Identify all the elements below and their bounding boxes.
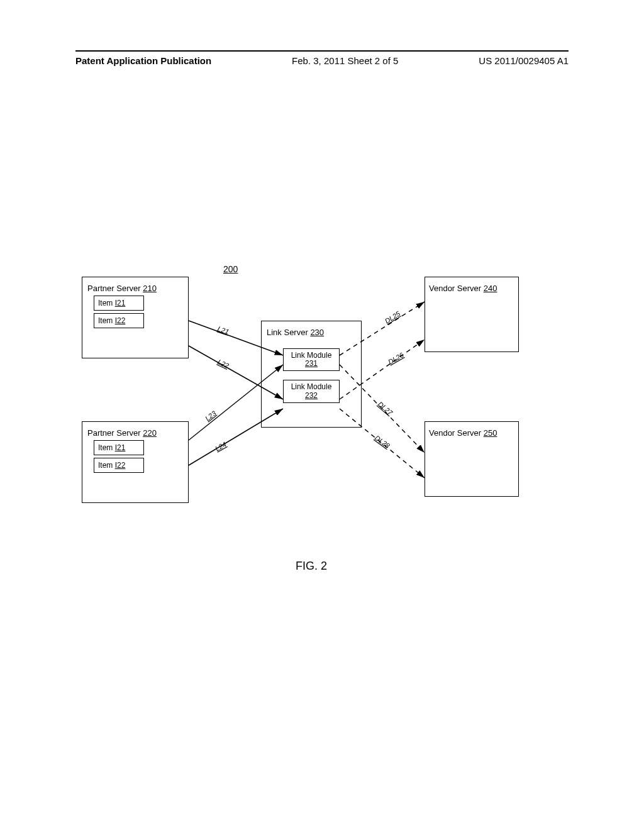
page-header: Patent Application Publication Feb. 3, 2… bbox=[0, 50, 644, 66]
partner-210-item-2: Item I22 bbox=[94, 313, 144, 328]
partner-210-title-text: Partner Server bbox=[87, 284, 141, 293]
diagram-canvas: 200 Partner Server 210 Item I21 Item I22… bbox=[75, 264, 569, 541]
label-l22: L22 bbox=[216, 358, 230, 370]
header-mid: Feb. 3, 2011 Sheet 2 of 5 bbox=[292, 55, 398, 66]
label-l23: L23 bbox=[204, 409, 218, 422]
header-left: Patent Application Publication bbox=[75, 55, 211, 66]
link-module-231: Link Module 231 bbox=[283, 348, 340, 371]
vendor-server-240-box: Vendor Server 240 bbox=[425, 277, 519, 352]
label-dl25: DL25 bbox=[384, 309, 402, 325]
item-label: Item bbox=[98, 316, 113, 325]
label-dl27: DL27 bbox=[377, 400, 395, 417]
item-label: Item bbox=[98, 461, 113, 470]
figure-label: FIG. 2 bbox=[296, 560, 327, 573]
partner-210-title: Partner Server 210 bbox=[87, 284, 183, 293]
item-num: I22 bbox=[115, 316, 126, 325]
partner-server-210-box: Partner Server 210 Item I21 Item I22 bbox=[82, 277, 189, 358]
partner-210-item-1: Item I21 bbox=[94, 296, 144, 311]
partner-220-num: 220 bbox=[143, 428, 157, 438]
link-230-num: 230 bbox=[310, 328, 324, 337]
link-server-230-box: Link Server 230 Link Module 231 Link Mod… bbox=[261, 321, 362, 428]
header-rule bbox=[75, 50, 569, 52]
module-num: 231 bbox=[305, 359, 318, 368]
partner-server-220-box: Partner Server 220 Item I21 Item I22 bbox=[82, 421, 189, 503]
link-230-title-text: Link Server bbox=[267, 328, 308, 337]
vendor-240-title-text: Vendor Server bbox=[429, 284, 481, 293]
vendor-250-num: 250 bbox=[484, 428, 497, 438]
item-num: I21 bbox=[115, 443, 126, 452]
vendor-240-title: Vendor Server 240 bbox=[429, 284, 514, 293]
partner-220-item-1: Item I21 bbox=[94, 440, 144, 455]
vendor-server-250-box: Vendor Server 250 bbox=[425, 421, 519, 497]
label-dl26: DL26 bbox=[387, 351, 406, 366]
label-l24: L24 bbox=[214, 440, 228, 453]
figure-number: 200 bbox=[223, 264, 238, 274]
item-num: I21 bbox=[115, 299, 126, 307]
vendor-240-num: 240 bbox=[484, 284, 497, 293]
item-label: Item bbox=[98, 443, 113, 452]
header-row: Patent Application Publication Feb. 3, 2… bbox=[75, 55, 569, 66]
partner-220-title-text: Partner Server bbox=[87, 428, 141, 438]
partner-220-title: Partner Server 220 bbox=[87, 428, 183, 438]
module-label: Link Module bbox=[291, 351, 332, 360]
header-right: US 2011/0029405 A1 bbox=[479, 55, 569, 66]
partner-220-item-2: Item I22 bbox=[94, 458, 144, 473]
link-module-232: Link Module 232 bbox=[283, 380, 340, 402]
item-label: Item bbox=[98, 299, 113, 307]
module-label: Link Module bbox=[291, 382, 332, 391]
link-230-title: Link Server 230 bbox=[267, 328, 356, 337]
vendor-250-title-text: Vendor Server bbox=[429, 428, 481, 438]
partner-210-num: 210 bbox=[143, 284, 157, 293]
label-dl28: DL28 bbox=[374, 434, 392, 450]
module-num: 232 bbox=[305, 391, 318, 400]
page: Patent Application Publication Feb. 3, 2… bbox=[0, 0, 644, 830]
vendor-250-title: Vendor Server 250 bbox=[429, 428, 514, 438]
label-l21: L21 bbox=[216, 324, 230, 335]
item-num: I22 bbox=[115, 461, 126, 470]
